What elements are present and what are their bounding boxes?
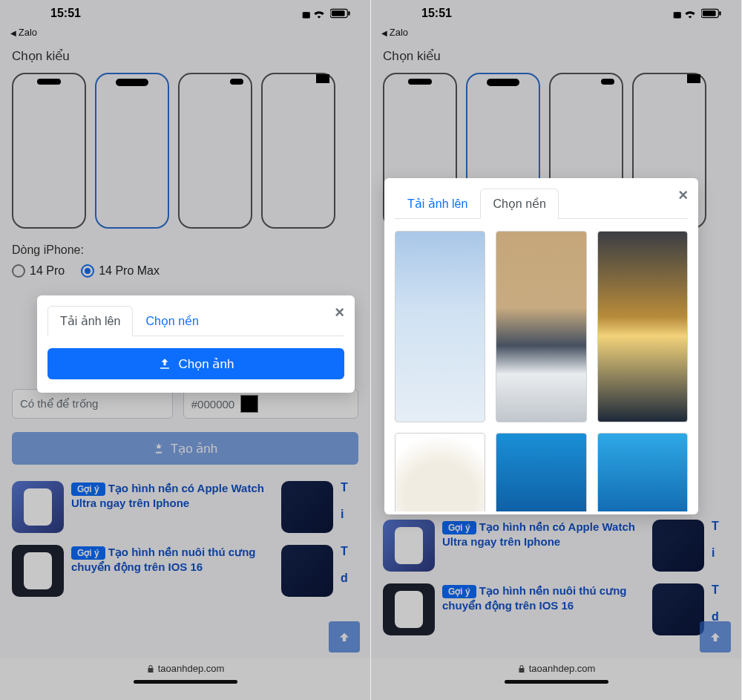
radio-14promax[interactable]: 14 Pro Max [81,264,160,278]
wifi-icon [312,8,326,19]
tab-upload[interactable]: Tải ảnh lên [47,306,133,336]
modal-tabs: Tải ảnh lên Chọn nền [395,189,688,219]
color-input[interactable]: #000000 [183,389,358,419]
lock-icon [517,664,526,673]
battery-icon [701,8,722,19]
iphone-line-label: Dòng iPhone: [12,243,358,257]
status-bar: 15:51 [0,0,370,27]
status-icons [302,7,351,20]
close-icon[interactable]: × [678,186,688,205]
wifi-icon [683,8,697,19]
modal-choose-background: × Tải ảnh lên Chọn nền [384,178,698,514]
iphone-radio-group: 14 Pro 14 Pro Max [12,264,358,278]
style-option-3[interactable] [178,73,252,229]
suggestion-thumb [12,545,64,597]
modal-upload: × Tải ảnh lên Chọn nền Chọn ảnh [37,295,355,393]
browser-bar: taoanhdep.com [0,658,370,700]
browser-url[interactable]: taoanhdep.com [517,663,596,674]
status-time: 15:51 [421,7,452,20]
lock-icon [146,664,155,673]
signal-icon [673,7,679,20]
suggestion-badge: Gợi ý [442,585,476,598]
tab-choose-bg[interactable]: Chọn nền [480,189,559,219]
style-option-4[interactable] [261,73,335,229]
modal-tabs: Tải ảnh lên Chọn nền [47,306,344,336]
suggestion-thumb [383,520,435,572]
svg-rect-5 [719,11,720,16]
suggestion-side-thumb [652,583,704,635]
style-option-2[interactable] [95,73,169,229]
suggestion-item[interactable]: Gợi ýTạo hình nền có Apple Watch Ultra n… [12,481,358,533]
suggestion-list: Gợi ýTạo hình nền có Apple Watch Ultra n… [12,481,358,597]
bg-option-sunset[interactable] [597,231,688,422]
suggestion-badge: Gợi ý [442,521,476,534]
signal-icon [302,7,308,20]
status-bar: 15:51 [371,0,741,27]
status-time: 15:51 [50,7,81,20]
create-button[interactable]: Tạo ảnh [12,432,358,465]
style-section-title: Chọn kiểu [383,48,729,64]
bg-option-sky[interactable] [597,433,688,511]
svg-rect-4 [703,10,716,16]
bg-option-pet[interactable] [395,433,485,511]
home-indicator [134,680,237,684]
tab-choose-bg[interactable]: Chọn nền [133,306,211,336]
suggestion-list: Gợi ýTạo hình nền có Apple Watch Ultra n… [383,520,729,635]
svg-rect-1 [332,10,345,16]
background-grid [395,231,688,511]
back-to-app[interactable]: Zalo [0,27,370,41]
battery-icon [330,8,351,19]
color-swatch [240,395,258,413]
browser-url[interactable]: taoanhdep.com [146,663,225,674]
home-indicator [505,680,608,684]
suggestion-side-thumb [281,481,333,533]
bg-option-clouds[interactable] [395,231,485,422]
close-icon[interactable]: × [335,303,344,322]
suggestion-item[interactable]: Gợi ýTạo hình nền nuôi thú cưng chuyển đ… [383,583,729,635]
suggestion-badge: Gợi ý [71,546,105,560]
status-icons [673,7,722,20]
suggestion-badge: Gợi ý [71,483,105,496]
suggestion-item[interactable]: Gợi ýTạo hình nền có Apple Watch Ultra n… [383,520,729,572]
style-section-title: Chọn kiểu [12,48,358,64]
style-option-1[interactable] [12,73,86,229]
bg-option-ocean[interactable] [496,433,586,511]
style-options [12,73,358,229]
tab-upload[interactable]: Tải ảnh lên [395,189,480,219]
bg-option-car[interactable] [496,231,586,422]
text-input[interactable]: Có thể để trống [12,389,173,419]
upload-icon [158,357,171,370]
choose-image-button[interactable]: Chọn ảnh [47,348,344,379]
svg-rect-2 [348,11,349,16]
suggestion-thumb [383,583,435,635]
suggestion-side-thumb [281,545,333,597]
back-to-app[interactable]: Zalo [371,27,741,41]
scroll-top-button[interactable] [329,621,360,652]
scroll-top-button[interactable] [700,621,731,652]
inputs-row: Có thể để trống #000000 [12,389,358,419]
radio-14pro[interactable]: 14 Pro [12,264,65,278]
suggestion-thumb [12,481,64,533]
browser-bar: taoanhdep.com [371,658,741,700]
suggestion-side-thumb [652,520,704,572]
suggestion-item[interactable]: Gợi ýTạo hình nền nuôi thú cưng chuyển đ… [12,545,358,597]
